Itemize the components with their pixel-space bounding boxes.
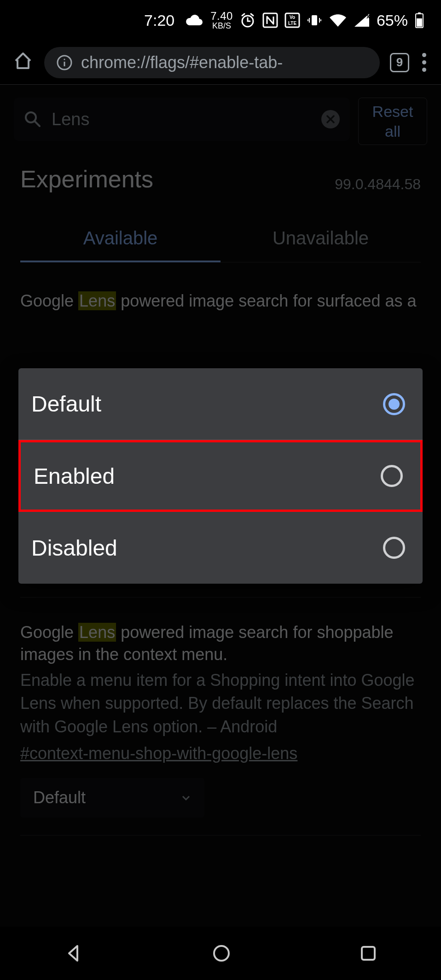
overflow-menu-icon[interactable] [419, 50, 429, 75]
tab-unavailable[interactable]: Unavailable [220, 217, 421, 262]
tab-available[interactable]: Available [20, 217, 220, 262]
info-icon [56, 54, 73, 71]
svg-point-12 [64, 58, 65, 60]
flag-anchor-link[interactable]: #context-menu-shop-with-google-lens [20, 744, 421, 763]
clear-search-icon[interactable] [321, 110, 340, 128]
cloud-icon [185, 13, 204, 27]
flag-item: Google Lens powered image search for sho… [20, 621, 421, 835]
svg-rect-18 [362, 947, 375, 960]
tab-switcher[interactable]: 9 [390, 53, 409, 72]
status-battery-text: 65% [377, 12, 408, 29]
search-value: Lens [52, 110, 89, 129]
chevron-down-icon [180, 788, 191, 807]
svg-line-14 [35, 122, 40, 126]
flag-title: Google Lens powered image search for sho… [20, 621, 421, 666]
flag-state-select[interactable]: Default [20, 778, 204, 818]
alarm-icon [239, 12, 256, 29]
svg-rect-9 [417, 18, 422, 27]
signal-icon: x [354, 13, 370, 28]
android-nav-bar [0, 927, 441, 980]
nfc-icon [262, 12, 278, 28]
omnibox[interactable]: chrome://flags/#enable-tab- [44, 47, 380, 78]
vibrate-icon [307, 12, 322, 28]
search-input[interactable]: Lens [14, 98, 350, 141]
flag-tabs: Available Unavailable [20, 217, 421, 262]
nav-back-icon[interactable] [64, 943, 84, 963]
nav-home-icon[interactable] [211, 943, 232, 963]
status-time: 7:20 [144, 12, 174, 29]
status-net-speed: 7.40 KB/S [210, 11, 233, 30]
svg-rect-5 [312, 15, 317, 25]
svg-text:Vo: Vo [290, 15, 295, 20]
radio-selected-icon [383, 393, 405, 415]
radio-unselected-icon [381, 465, 403, 487]
chrome-toolbar: chrome://flags/#enable-tab- 9 [0, 41, 441, 85]
flag-description: Enable a menu item for a Shopping intent… [20, 669, 421, 738]
dropdown-option-enabled[interactable]: Enabled [18, 440, 423, 512]
page-title: Experiments [20, 165, 153, 193]
android-status-bar: 7:20 7.40 KB/S VoLTE x 65% [0, 0, 441, 41]
svg-point-17 [214, 946, 229, 961]
search-icon [24, 110, 41, 128]
flag-dropdown-popup: Default Enabled Disabled [18, 368, 423, 584]
chrome-version: 99.0.4844.58 [335, 176, 421, 193]
svg-text:x: x [366, 13, 370, 20]
battery-icon [414, 12, 424, 29]
nav-recents-icon[interactable] [359, 944, 377, 963]
svg-text:LTE: LTE [288, 21, 296, 26]
reset-all-button[interactable]: Reset all [358, 98, 427, 145]
flag-title: Google Lens powered image search for sur… [20, 290, 421, 313]
wifi-icon [329, 13, 347, 28]
dropdown-option-default[interactable]: Default [18, 368, 423, 440]
omnibox-url: chrome://flags/#enable-tab- [81, 53, 283, 72]
dropdown-option-disabled[interactable]: Disabled [18, 512, 423, 584]
volte-icon: VoLTE [284, 12, 300, 28]
svg-rect-8 [418, 12, 421, 14]
home-icon[interactable] [12, 50, 34, 72]
radio-unselected-icon [383, 537, 405, 559]
